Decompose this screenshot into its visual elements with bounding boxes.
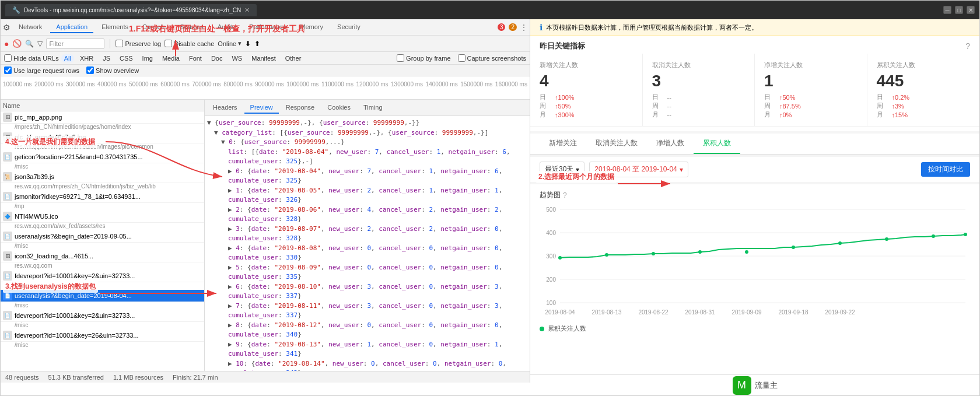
tab-security[interactable]: Security [331,22,366,33]
request-item-3[interactable]: 📄 geticon?location=2215&rand=0.370431735… [1,151,204,163]
compare-button[interactable]: 按时间对比 [921,162,970,177]
search-icon[interactable]: 🔍 [25,40,34,48]
req-icon-5: 📄 [3,192,12,201]
column-header: Name [1,100,204,111]
request-item-10[interactable]: 📄 useranalysis?&begin_date=2019-08-04... [1,290,204,302]
more-icon[interactable]: ⋮ [520,23,527,31]
request-item-11[interactable]: 📄 fdevreport?id=10001&key=2&uin=32733... [1,310,204,322]
request-item-4[interactable]: 📜 json3a7b39.js [1,171,204,183]
svg-text:200: 200 [546,276,556,283]
chart-legend: 累积关注人数 [540,324,970,333]
import-icon[interactable]: ⬇ [245,40,251,48]
tab-sources[interactable]: Sources [174,22,209,33]
filter-ws[interactable]: WS [228,54,246,63]
clear-icon[interactable]: 🚫 [12,39,22,48]
detail-tab-preview[interactable]: Preview [244,102,279,114]
filter-xhr[interactable]: XHR [76,54,97,63]
record-icon[interactable]: ● [4,39,9,48]
filter-icon[interactable]: ▽ [37,40,43,48]
close-button[interactable]: ✕ [967,6,975,14]
svg-text:2019-08-31: 2019-08-31 [685,309,715,316]
tab-network[interactable]: Network [13,22,48,33]
capture-screenshots[interactable]: Capture screenshots [458,54,527,62]
status-transferred: 51.3 KB transferred [48,374,103,381]
svg-text:2019-08-13: 2019-08-13 [592,309,622,316]
request-item-8[interactable]: 🖼 icon32_loading_da...4615... [1,250,204,262]
section-title: 昨日关键指标 [540,41,585,51]
detail-tab-headers[interactable]: Headers [207,102,243,114]
filter-input[interactable] [46,38,104,49]
date-range-select[interactable]: 最近30天 ▾ [540,162,584,177]
detail-tabs: Headers Preview Response Cookies Timing [205,100,530,116]
filter-media[interactable]: Media [159,54,183,63]
tab-close[interactable]: ✕ [244,6,250,14]
metric-label-3: 净增关注人数 [764,61,858,69]
svg-text:300: 300 [546,253,556,260]
detail-tab-timing[interactable]: Timing [358,102,388,114]
filter-font[interactable]: Font [186,54,205,63]
tab-cancel-followers[interactable]: 取消关注人数 [586,134,647,154]
disable-cache-checkbox[interactable]: Disable cache [164,40,214,47]
tab-console[interactable]: Console [136,22,172,33]
svg-text:2019-08-22: 2019-08-22 [638,309,668,316]
chart-section: 趋势图 ? 500 400 300 200 100 [530,184,979,374]
svg-text:2019-09-22: 2019-09-22 [825,309,855,316]
tab-application[interactable]: Application [50,22,93,33]
detail-tab-cookies[interactable]: Cookies [321,102,356,114]
minimize-button[interactable]: ─ [943,6,951,14]
req-path-6: res.wx.qq.com/a/wx_fed/assets/res [1,223,204,230]
group-by-frame[interactable]: Group by frame [397,54,450,62]
tab-audits[interactable]: Audits [212,22,242,33]
request-item-12[interactable]: 📄 fdevreport?id=10001&key=26&uin=32733..… [1,330,204,342]
maximize-button[interactable]: □ [955,6,963,14]
show-overview-checkbox[interactable]: Show overview [86,66,139,74]
notice-bar: ℹ 本页根据昨日数据来计算，而用户管理页根据当前数据计算，两者不一定。 [530,19,979,36]
filter-doc[interactable]: Doc [208,54,226,63]
online-select[interactable]: Online ▾ [218,40,242,47]
detail-tab-response[interactable]: Response [280,102,321,114]
separator [110,39,110,48]
metrics-grid: 新增关注人数 4 日 ↑100% 周 ↑50% 月 ↑300% [530,54,979,127]
tab-cumulate-followers[interactable]: 累积人数 [694,134,740,154]
request-item-7[interactable]: 📄 useranalysis?&begin_date=2019-09-05... [1,230,204,243]
date-range-picker[interactable]: 2019-08-04 至 2019-10-04 ▾ [589,162,688,177]
chart-dot [838,241,842,245]
request-item-5[interactable]: 📄 jsmonitor?idkey=69271_78_1&t=0.634931.… [1,191,204,203]
tab-net-followers[interactable]: 净增人数 [647,134,694,154]
request-item-1[interactable]: 🖼 pic_mp_app.png [1,111,204,124]
filter-other[interactable]: Other [282,54,305,63]
request-item-6[interactable]: 🔷 NTI4MWU5.ico [1,211,204,223]
chart-help-icon[interactable]: ? [563,191,567,199]
svg-text:2019-08-04: 2019-08-04 [545,309,575,316]
filter-bar: Hide data URLs All XHR JS CSS Img Media … [1,52,530,65]
svg-text:100: 100 [546,300,556,306]
req-icon-6: 🔷 [3,212,12,221]
req-path-2: res.wx.qq.com/mpres/htmledition/images/p… [1,143,204,151]
section-header: 昨日关键指标 ? [530,36,979,54]
filter-img[interactable]: Img [139,54,156,63]
tab-elements[interactable]: Elements [96,22,134,33]
hide-data-urls[interactable]: Hide data URLs [4,54,59,62]
tab-memory[interactable]: Memory [294,22,329,33]
metric-new-followers: 新增关注人数 4 日 ↑100% 周 ↑50% 月 ↑300% [530,54,643,127]
browser-tab[interactable]: 🔧 DevTools - mp.weixin.qq.com/misc/usera… [5,4,257,16]
help-icon[interactable]: ? [965,41,970,51]
tab-performance[interactable]: Performance [243,22,292,33]
export-icon[interactable]: ⬆ [254,40,260,48]
filter-js[interactable]: JS [99,54,114,63]
request-item-2[interactable]: 🖼 pic_kf_qrcode46c7e6.jpg [1,131,204,143]
preserve-log-checkbox[interactable]: Preserve log [116,40,161,47]
metrics-section: 昨日关键指标 ? 新增关注人数 4 日 ↑100% 周 ↑50 [530,36,979,131]
chart-header: 趋势图 ? [540,190,970,200]
request-item-9[interactable]: 📄 fdevreport?id=10001&key=2&uin=32733... [1,270,204,282]
filter-css[interactable]: CSS [116,54,136,63]
wechat-logo: M [733,376,751,395]
filter-all[interactable]: All [61,54,74,62]
footer-brand: M 流量主 [733,376,778,395]
legend-label: 累积关注人数 [548,324,586,333]
tab-new-followers[interactable]: 新增关注 [540,134,586,154]
large-rows-checkbox[interactable]: Use large request rows [4,66,79,74]
req-icon-10: 📄 [3,291,12,300]
title-bar: 🔧 DevTools - mp.weixin.qq.com/misc/usera… [1,1,979,19]
filter-manifest[interactable]: Manifest [248,54,279,63]
